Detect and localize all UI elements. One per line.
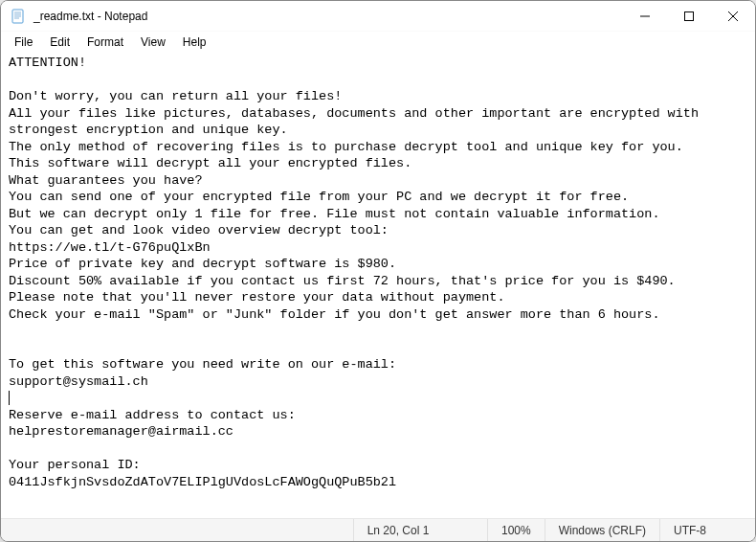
text-area[interactable]: ATTENTION! Don't worry, you can return a…: [1, 53, 755, 518]
svg-rect-6: [685, 12, 694, 21]
notepad-icon: [11, 9, 26, 24]
menu-file[interactable]: File: [7, 34, 40, 51]
titlebar: _readme.txt - Notepad: [1, 1, 755, 32]
menu-help[interactable]: Help: [175, 34, 214, 51]
menu-view[interactable]: View: [133, 34, 173, 51]
menubar: File Edit Format View Help: [1, 32, 755, 53]
menu-edit[interactable]: Edit: [42, 34, 78, 51]
status-zoom: 100%: [487, 519, 545, 541]
status-line-ending: Windows (CRLF): [545, 519, 659, 541]
window-title: _readme.txt - Notepad: [33, 10, 623, 23]
maximize-button[interactable]: [667, 1, 711, 32]
notepad-window: _readme.txt - Notepad File Edit Format V…: [0, 0, 756, 542]
close-button[interactable]: [711, 1, 755, 32]
statusbar: Ln 20, Col 1 100% Windows (CRLF) UTF-8: [1, 518, 755, 541]
status-encoding: UTF-8: [659, 519, 755, 541]
status-position: Ln 20, Col 1: [353, 519, 487, 541]
menu-format[interactable]: Format: [79, 34, 131, 51]
minimize-button[interactable]: [623, 1, 667, 32]
window-controls: [623, 1, 755, 31]
